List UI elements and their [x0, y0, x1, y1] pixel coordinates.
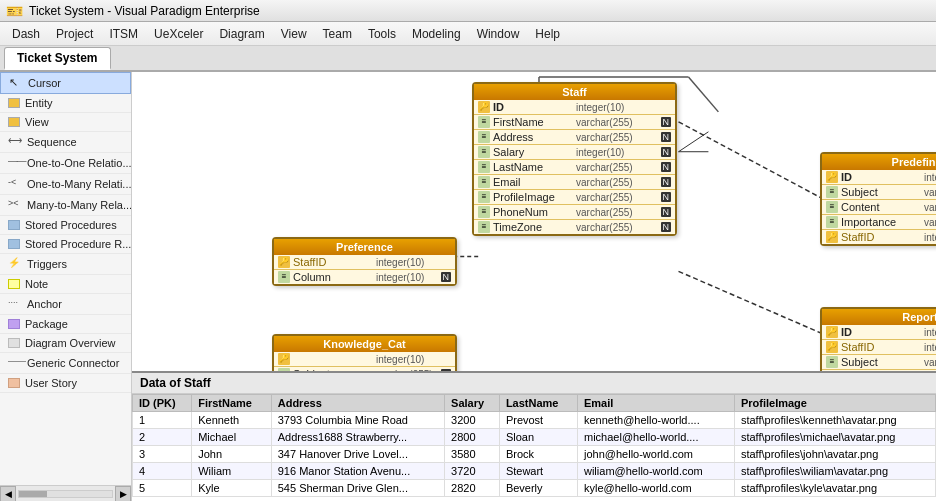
sidebar-item-cursor[interactable]: ↖ Cursor [0, 72, 131, 94]
cell-lastName: Stewart [499, 463, 577, 480]
sidebar-item-diagram-overview[interactable]: Diagram Overview [0, 334, 131, 353]
staff-field-address: ≡ Address varchar(255) N [474, 130, 675, 145]
menu-help[interactable]: Help [527, 25, 568, 43]
data-area: Data of Staff ID (PK) FirstName Address … [132, 371, 936, 501]
triggers-icon: ⚡ [8, 257, 22, 271]
report-field-id: 🔑 ID integer(10) [822, 325, 936, 340]
menu-itsm[interactable]: ITSM [101, 25, 146, 43]
menu-modeling[interactable]: Modeling [404, 25, 469, 43]
erd-canvas[interactable]: + Staff 🔑 ID integer(10) [132, 72, 936, 371]
col-address: Address [271, 395, 444, 412]
cell-salary: 2800 [445, 429, 500, 446]
sidebar-item-one-one[interactable]: —·— One-to-One Relatio... [0, 153, 131, 174]
sidebar-item-stored-proc-r[interactable]: Stored Procedure R... [0, 235, 131, 254]
entity-report[interactable]: Report 🔑 ID integer(10) 🔑 StaffID intege… [820, 307, 936, 371]
scroll-right[interactable]: ▶ [115, 486, 131, 502]
pk-icon: 🔑 [278, 353, 290, 365]
staff-field-profileimage: ≡ ProfileImage varchar(255) N [474, 190, 675, 205]
canvas-area[interactable]: + Staff 🔑 ID integer(10) [132, 72, 936, 501]
entity-staff-body: 🔑 ID integer(10) ≡ FirstName varchar(255… [474, 100, 675, 234]
cell-firstName: Michael [192, 429, 272, 446]
menu-diagram[interactable]: Diagram [211, 25, 272, 43]
pk-icon: 🔑 [478, 101, 490, 113]
menu-tools[interactable]: Tools [360, 25, 404, 43]
cell-address: 3793 Columbia Mine Road [271, 412, 444, 429]
entity-staff[interactable]: Staff 🔑 ID integer(10) ≡ FirstName varch… [472, 82, 677, 236]
cell-id: 3 [133, 446, 192, 463]
cell-email: wiliam@hello-world.com [577, 463, 734, 480]
pref-field-staffid: 🔑 StaffID integer(10) [274, 255, 455, 270]
menu-view[interactable]: View [273, 25, 315, 43]
sidebar-item-stored-procs[interactable]: Stored Procedures [0, 216, 131, 235]
cell-address: 545 Sherman Drive Glen... [271, 480, 444, 497]
sidebar-item-user-story[interactable]: User Story [0, 374, 131, 393]
anchor-icon: ···· [8, 297, 22, 311]
fk-icon: 🔑 [826, 231, 838, 243]
entity-report-header: Report [822, 309, 936, 325]
menubar: Dash Project ITSM UeXceler Diagram View … [0, 22, 936, 46]
entity-report-body: 🔑 ID integer(10) 🔑 StaffID integer(10) ≡… [822, 325, 936, 371]
sidebar-item-package[interactable]: Package [0, 315, 131, 334]
svg-line-6 [679, 132, 709, 152]
cell-firstName: John [192, 446, 272, 463]
report-field-staffid: 🔑 StaffID integer(10) [822, 340, 936, 355]
sidebar-item-anchor[interactable]: ···· Anchor [0, 294, 131, 315]
predefined-field-importance: ≡ Importance varchar(255) N [822, 215, 936, 230]
sidebar-item-view[interactable]: View [0, 113, 131, 132]
entity-knowledge-cat-header: Knowledge_Cat [274, 336, 455, 352]
cell-salary: 3200 [445, 412, 500, 429]
cell-email: kenneth@hello-world.... [577, 412, 734, 429]
table-row[interactable]: 5Kyle545 Sherman Drive Glen...2820Beverl… [133, 480, 936, 497]
sidebar-item-generic-connector[interactable]: —— Generic Connector [0, 353, 131, 374]
cursor-icon: ↖ [9, 76, 23, 90]
report-field-subject: ≡ Subject varchar(255) N [822, 355, 936, 370]
cell-profileImage: staff\profiles\wiliam\avatar.png [734, 463, 935, 480]
cell-salary: 3720 [445, 463, 500, 480]
sidebar-item-note[interactable]: Note [0, 275, 131, 294]
sidebar-scrollbar[interactable]: ◀ ▶ [0, 485, 131, 501]
scroll-thumb [19, 491, 47, 497]
sidebar-item-entity[interactable]: Entity [0, 94, 131, 113]
scroll-left[interactable]: ◀ [0, 486, 16, 502]
menu-window[interactable]: Window [469, 25, 528, 43]
fk-icon: 🔑 [278, 256, 290, 268]
scroll-track[interactable] [18, 490, 113, 498]
table-row[interactable]: 2MichaelAddress1688 Strawberry...2800Slo… [133, 429, 936, 446]
one-one-icon: —·— [8, 156, 22, 170]
sidebar-item-triggers[interactable]: ⚡ Triggers [0, 254, 131, 275]
field-icon: ≡ [478, 206, 490, 218]
sidebar-item-sequence[interactable]: ⟷ Sequence [0, 132, 131, 153]
entity-knowledge-cat[interactable]: Knowledge_Cat 🔑 integer(10) ≡ Subject va… [272, 334, 457, 371]
entity-predefined[interactable]: Predefined 🔑 ID integer(10) ≡ Subject va… [820, 152, 936, 246]
col-email: Email [577, 395, 734, 412]
menu-dash[interactable]: Dash [4, 25, 48, 43]
col-id: ID (PK) [133, 395, 192, 412]
field-icon: ≡ [478, 146, 490, 158]
field-icon: ≡ [478, 131, 490, 143]
stored-proc-r-icon [8, 239, 20, 249]
menu-project[interactable]: Project [48, 25, 101, 43]
fk-icon: 🔑 [826, 341, 838, 353]
sidebar-item-many-many[interactable]: >< Many-to-Many Rela... [0, 195, 131, 216]
predefined-field-staffid: 🔑 StaffID integer(10) [822, 230, 936, 244]
menu-uexceler[interactable]: UeXceler [146, 25, 211, 43]
cell-id: 1 [133, 412, 192, 429]
entity-preference-body: 🔑 StaffID integer(10) ≡ Column integer(1… [274, 255, 455, 284]
field-icon: ≡ [278, 271, 290, 283]
table-row[interactable]: 1Kenneth3793 Columbia Mine Road3200Prevo… [133, 412, 936, 429]
one-many-icon: -< [8, 177, 22, 191]
sidebar-item-one-many[interactable]: -< One-to-Many Relati... [0, 174, 131, 195]
table-row[interactable]: 3John347 Hanover Drive Lovel...3580Brock… [133, 446, 936, 463]
tab-ticket-system[interactable]: Ticket System [4, 47, 111, 70]
menu-team[interactable]: Team [315, 25, 360, 43]
user-story-icon [8, 378, 20, 388]
app-icon: 🎫 [6, 3, 23, 19]
cell-salary: 2820 [445, 480, 500, 497]
view-icon [8, 117, 20, 127]
field-icon: ≡ [478, 221, 490, 233]
field-icon: ≡ [478, 191, 490, 203]
cell-email: michael@hello-world.... [577, 429, 734, 446]
kcat-field-id: 🔑 integer(10) [274, 352, 455, 367]
table-row[interactable]: 4Wiliam916 Manor Station Avenu...3720Ste… [133, 463, 936, 480]
entity-preference[interactable]: Preference 🔑 StaffID integer(10) ≡ Colum… [272, 237, 457, 286]
